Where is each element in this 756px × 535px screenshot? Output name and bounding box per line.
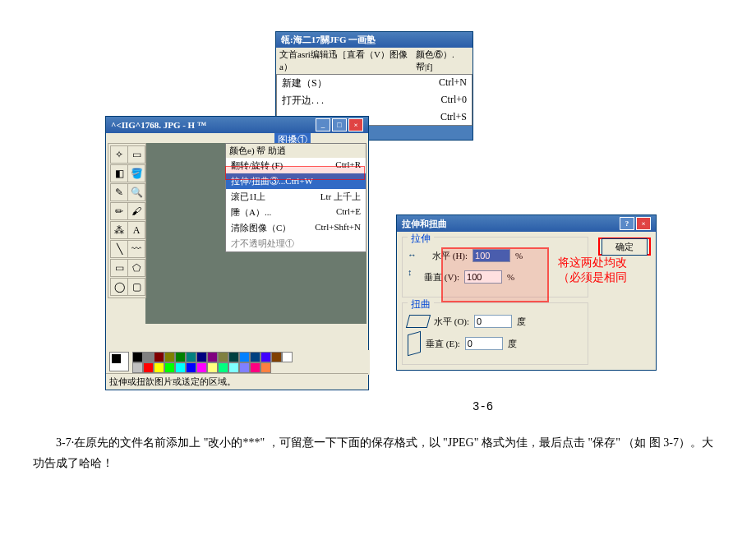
color-swatch[interactable] bbox=[239, 362, 250, 373]
magnify-tool[interactable]: 🔍 bbox=[127, 183, 145, 201]
image-drop-header: 颜色e) 帮 助逍 bbox=[226, 144, 366, 158]
dialog-help-button[interactable]: ? bbox=[620, 217, 634, 230]
color-swatch[interactable] bbox=[143, 362, 154, 373]
minimize-button[interactable]: _ bbox=[316, 118, 330, 131]
color-swatch[interactable] bbox=[154, 352, 164, 362]
toolbox: ✧▭ ◧🪣 ✎🔍 ✏🖌 ⁂A ╲〰 ▭⬠ ◯▢ bbox=[108, 143, 146, 298]
body-paragraph: 3-7·在原先的文件名前添加上 "改小的***" ，可留意一下下面的保存格式，以… bbox=[33, 432, 723, 473]
file-item-new[interactable]: 新建（S）Ctrl+N bbox=[277, 75, 472, 92]
skew-group: 扭曲 水平 (O): 度 垂直 (E): 度 bbox=[402, 302, 588, 365]
maximize-button[interactable]: □ bbox=[332, 118, 347, 131]
color-swatch[interactable] bbox=[218, 362, 228, 373]
color-palette-bar bbox=[108, 350, 370, 375]
free-select-tool[interactable]: ✧ bbox=[110, 145, 128, 164]
paint-statusbar: 拉伸或扭歆图片或送定的区域。 bbox=[106, 373, 368, 390]
color-swatch[interactable] bbox=[186, 352, 196, 362]
color-swatch[interactable] bbox=[228, 362, 239, 373]
palette-swatches bbox=[132, 352, 297, 373]
file-item-open[interactable]: 打开边. . .Ctrl+0 bbox=[277, 92, 472, 109]
file-menubar[interactable]: 文首asri编辑迅［直看（V）图像a） 颜色⑥）.帮|f] bbox=[276, 48, 472, 74]
file-menu-titlebar: 瓴:海二17關JFG 一画塾 bbox=[276, 32, 472, 48]
color-swatch[interactable] bbox=[207, 352, 218, 362]
horizontal-icon bbox=[408, 250, 427, 261]
color-swatch[interactable] bbox=[186, 362, 196, 373]
skew-v-input[interactable] bbox=[465, 337, 503, 350]
image-dropdown: 颜色e) 帮 助逍 翻转/旋转 (F)Ctrl+R 拉伸/扭曲③...Ctrl+… bbox=[225, 143, 366, 252]
file-menubar-left[interactable]: 文首asri编辑迅［直看（V）图像a） bbox=[279, 48, 416, 73]
color-swatch[interactable] bbox=[175, 362, 186, 373]
vertical-icon bbox=[408, 267, 419, 287]
pencil-tool[interactable]: ✏ bbox=[110, 202, 128, 220]
roundrect-tool[interactable]: ▢ bbox=[127, 278, 145, 296]
color-swatch[interactable] bbox=[260, 352, 271, 362]
figure-caption: 3-6 bbox=[472, 400, 493, 413]
color-swatch[interactable] bbox=[282, 352, 293, 362]
ellipse-tool[interactable]: ◯ bbox=[110, 278, 128, 296]
color-swatch[interactable] bbox=[143, 352, 154, 362]
color-swatch[interactable] bbox=[164, 362, 175, 373]
skew-h-icon bbox=[406, 315, 431, 328]
color-swatch[interactable] bbox=[271, 352, 282, 362]
opaque-item[interactable]: 才不透明处理① bbox=[226, 236, 366, 251]
color-swatch[interactable] bbox=[207, 362, 218, 373]
color-swatch[interactable] bbox=[260, 362, 271, 373]
skew-h-row: 水平 (O): 度 bbox=[408, 315, 583, 328]
color-swatch[interactable] bbox=[228, 352, 239, 362]
ok-button[interactable]: 确定 bbox=[602, 238, 648, 256]
annotation-line1: 将这两处均改 bbox=[558, 256, 627, 270]
curve-tool[interactable]: 〰 bbox=[127, 240, 145, 258]
skew-h-label: 水平 (O): bbox=[434, 316, 469, 328]
close-button[interactable]: × bbox=[348, 118, 363, 131]
color-swatch[interactable] bbox=[250, 362, 260, 373]
rect-tool[interactable]: ▭ bbox=[110, 259, 128, 277]
eraser-tool[interactable]: ◧ bbox=[110, 164, 128, 182]
skew-v-icon bbox=[408, 331, 421, 356]
current-colors[interactable] bbox=[109, 352, 129, 371]
paint-window: ^<IIG^1768. JPG - H ™ _ □ × 图搡① ✧▭ ◧🪣 ✎🔍… bbox=[105, 116, 369, 390]
file-menu-title: 瓴:海二17關JFG 一画塾 bbox=[281, 34, 376, 46]
text-tool[interactable]: A bbox=[127, 221, 145, 239]
stretch-inputs-highlight bbox=[441, 247, 549, 302]
color-swatch[interactable] bbox=[239, 352, 250, 362]
dialog-close-button[interactable]: × bbox=[636, 217, 651, 230]
spray-tool[interactable]: ⁂ bbox=[110, 221, 128, 239]
color-swatch[interactable] bbox=[164, 352, 175, 362]
skew-group-title: 扭曲 bbox=[408, 297, 434, 311]
paint-titlebar: ^<IIG^1768. JPG - H ™ _ □ × bbox=[106, 117, 368, 133]
poly-tool[interactable]: ⬠ bbox=[127, 259, 145, 277]
color-swatch[interactable] bbox=[196, 352, 207, 362]
line-tool[interactable]: ╲ bbox=[110, 240, 128, 258]
skew-v-row: 垂直 (E): 度 bbox=[408, 333, 583, 354]
color-swatch[interactable] bbox=[154, 362, 164, 373]
color-swatch[interactable] bbox=[218, 352, 228, 362]
deg-label-2: 度 bbox=[508, 338, 517, 350]
color-swatch[interactable] bbox=[250, 352, 260, 362]
stretch-highlight bbox=[225, 166, 365, 180]
fill-tool[interactable]: 🪣 bbox=[127, 164, 145, 182]
color-swatch[interactable] bbox=[132, 352, 143, 362]
color-swatch[interactable] bbox=[175, 352, 186, 362]
skew-h-input[interactable] bbox=[474, 315, 512, 328]
dialog-title: 拉伸和扭曲 bbox=[402, 218, 447, 230]
stretch-group-title: 拉伸 bbox=[408, 232, 434, 246]
file-menubar-right[interactable]: 颜色⑥）.帮|f] bbox=[416, 48, 469, 73]
skew-v-label: 垂直 (E): bbox=[426, 338, 460, 350]
rect-select-tool[interactable]: ▭ bbox=[127, 145, 145, 164]
deg-label: 度 bbox=[517, 316, 526, 328]
invert-item[interactable]: 滚已1I上Ltr 上千上 bbox=[226, 189, 366, 205]
brush-tool[interactable]: 🖌 bbox=[127, 202, 145, 220]
dialog-titlebar: 拉伸和扭曲 ?× bbox=[397, 215, 656, 232]
clear-image-item[interactable]: 清除图像（C）Ctrl+Shft+N bbox=[226, 220, 366, 236]
picker-tool[interactable]: ✎ bbox=[110, 183, 128, 201]
attributes-item[interactable]: 陲（A）...Ctrl+E bbox=[226, 205, 366, 220]
ok-highlight: 确定 bbox=[598, 238, 651, 256]
color-swatch[interactable] bbox=[132, 362, 143, 373]
annotation-line2: （必须是相同 bbox=[558, 270, 627, 285]
color-swatch[interactable] bbox=[196, 362, 207, 373]
paint-title: ^<IIG^1768. JPG - H ™ bbox=[111, 120, 206, 130]
